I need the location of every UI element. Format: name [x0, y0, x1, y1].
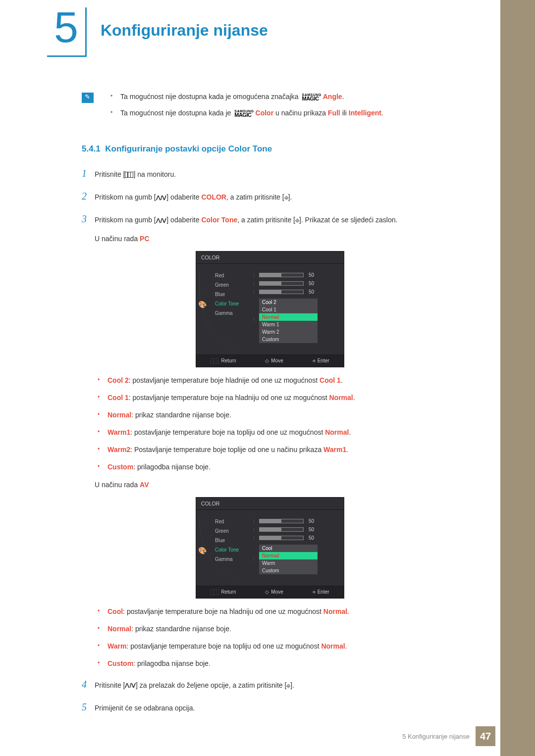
decorative-sidebar: [500, 0, 535, 756]
osd-labels-column: 🎨 Red Green Blue Color Tone Gamma: [201, 517, 253, 576]
text: Pritiskom na gumb [: [95, 216, 156, 224]
option-ref: Warm1: [323, 446, 346, 454]
label: Return: [221, 358, 236, 363]
osd-option-selected: Normal: [259, 313, 318, 321]
desc-list-av: Cool: postavljanje temperature boje na h…: [95, 606, 458, 669]
osd-row-green: :50: [253, 525, 339, 534]
step-text: Pritisnite [ᐱ/ᐯ] za prelazak do željene …: [95, 680, 458, 692]
osd-option: Custom: [259, 567, 318, 574]
osd-row-red: :50: [253, 517, 339, 525]
av-mode-heading: U načinu rada AV: [95, 479, 458, 491]
osd-label-gamma: Gamma: [201, 554, 253, 564]
samsung-magic-logo: SAMSUNG MAGIC: [234, 110, 254, 117]
option-label: Warm: [107, 642, 126, 650]
osd-row-blue: :50: [253, 288, 339, 296]
text: , a zatim pritisnite [: [226, 193, 284, 201]
steps-list: 1 Pritisnite [] na monitoru. 2 Pritiskom…: [82, 165, 458, 715]
text: Ta mogućnost nije dostupna kada je: [120, 109, 233, 117]
text: ].: [290, 681, 294, 689]
osd-panel-pc: COLOR 🎨 Red Green Blue Color Tone Gamma …: [196, 251, 344, 367]
page-footer: 5 Konfiguriranje nijanse 47: [402, 726, 495, 746]
step-number: 1: [82, 165, 95, 182]
option-ref: Cool 1: [320, 376, 341, 384]
option-ref: Normal: [321, 642, 345, 650]
note-block: Ta mogućnost nije dostupna kada je omogu…: [82, 92, 458, 124]
osd-title: COLOR: [196, 252, 344, 264]
diamond-icon: ◇: [265, 589, 269, 595]
step-number: 4: [82, 676, 95, 693]
enter-icon: ⎆: [284, 192, 288, 204]
brand-bottom: MAGIC: [234, 113, 254, 117]
value: 50: [309, 527, 314, 532]
text: .: [347, 607, 349, 615]
desc-bullet: Warm1: postavljanje temperature boje na …: [95, 427, 458, 438]
updown-icon: ᐱ/ᐯ: [156, 195, 167, 201]
text: : postavljanje temperature boje na topli…: [126, 642, 321, 650]
osd-row-green: :50: [253, 279, 339, 288]
label: Enter: [318, 589, 329, 595]
label: Return: [221, 589, 236, 595]
osd-row-red: :50: [253, 271, 339, 279]
osd-label-green: Green: [201, 280, 253, 290]
label: Move: [271, 358, 283, 363]
value: 50: [309, 518, 314, 524]
value: 50: [309, 272, 314, 278]
text: Ta mogućnost nije dostupna kada je omogu…: [120, 93, 300, 101]
text: : prikaz standardne nijanse boje.: [131, 625, 231, 633]
note-bullets: Ta mogućnost nije dostupna kada je omogu…: [107, 92, 458, 124]
mode-av: AV: [140, 481, 149, 489]
osd-values-column: :50 :50 :50 : Cool Normal Warm Custom: [253, 517, 339, 576]
brand-bottom: MAGIC: [302, 97, 321, 101]
brand-label: Color: [256, 109, 274, 117]
desc-bullet: Cool 1: postavljanje temperature boje na…: [95, 393, 458, 403]
osd-label-blue: Blue: [201, 536, 253, 545]
desc-bullet: Cool: postavljanje temperature boje na h…: [95, 606, 458, 617]
text: .: [346, 446, 348, 454]
text: : postavljanje temperature boje hladnije…: [129, 376, 320, 384]
osd-labels-column: 🎨 Red Green Blue Color Tone Gamma: [201, 271, 253, 345]
step-1: 1 Pritisnite [] na monitoru.: [82, 165, 458, 182]
text: .: [381, 109, 383, 117]
desc-bullet: Custom: prilagodba nijanse boje.: [95, 658, 458, 669]
content-area: Ta mogućnost nije dostupna kada je omogu…: [82, 92, 458, 721]
text: Pritiskom na gumb [: [95, 193, 156, 201]
osd-label-red: Red: [201, 271, 253, 280]
step-2: 2 Pritiskom na gumb [ᐱ/ᐯ] odaberite COLO…: [82, 188, 458, 204]
text: ] odaberite: [166, 216, 201, 224]
text: ]. Prikazat će se sljedeći zaslon.: [299, 216, 397, 224]
step-text: Pritiskom na gumb [ᐱ/ᐯ] odaberite Color …: [95, 214, 458, 226]
text: ili: [342, 109, 349, 117]
desc-bullet: Cool 2: postavljanje temperature boje hl…: [95, 375, 458, 386]
osd-row-colortone: : Cool 2 Cool 1 Normal Warm 1 Warm 2 Cus…: [253, 296, 339, 345]
text: U načinu rada: [95, 481, 140, 489]
option-ref: Normal: [323, 607, 347, 615]
text: : postavljanje temperature boje na hladn…: [123, 607, 323, 615]
osd-label-colortone: Color Tone: [201, 299, 253, 308]
osd-title: COLOR: [196, 498, 344, 510]
text: : postavljanje temperature boje na topli…: [130, 428, 325, 436]
osd-footer: Return ◇Move ⎆Enter: [196, 586, 344, 598]
osd-option: Warm 2: [259, 328, 318, 336]
osd-row-blue: :50: [253, 534, 339, 542]
enter-icon: ⎆: [295, 215, 299, 227]
osd-option: Custom: [259, 336, 318, 343]
text: ] na monitoru.: [133, 170, 176, 178]
option-label: Custom: [107, 659, 133, 667]
mode-intelligent: Intelligent: [349, 109, 381, 117]
step-3: 3 Pritiskom na gumb [ᐱ/ᐯ] odaberite Colo…: [82, 210, 458, 227]
osd-label-gamma: Gamma: [201, 308, 253, 318]
enter-icon: ⎆: [286, 680, 290, 692]
option-label: Warm1: [107, 428, 130, 436]
value: 50: [309, 535, 314, 541]
osd-body: 🎨 Red Green Blue Color Tone Gamma :50 :5…: [196, 264, 344, 354]
updown-icon: ᐱ/ᐯ: [156, 217, 167, 224]
subsection-heading: 5.4.1 Konfiguriranje postavki opcije Col…: [82, 144, 458, 154]
page: 5 Konfiguriranje nijanse Ta mogućnost ni…: [0, 0, 535, 756]
text: U načinu rada: [95, 235, 140, 243]
chapter-number: 5: [47, 7, 87, 57]
enter-icon: ⎆: [313, 358, 316, 363]
step-number: 3: [82, 210, 95, 227]
osd-foot-enter: ⎆Enter: [313, 589, 329, 595]
chapter-title: Konfiguriranje nijanse: [101, 21, 268, 40]
step-text: Pritisnite [] na monitoru.: [95, 169, 458, 181]
